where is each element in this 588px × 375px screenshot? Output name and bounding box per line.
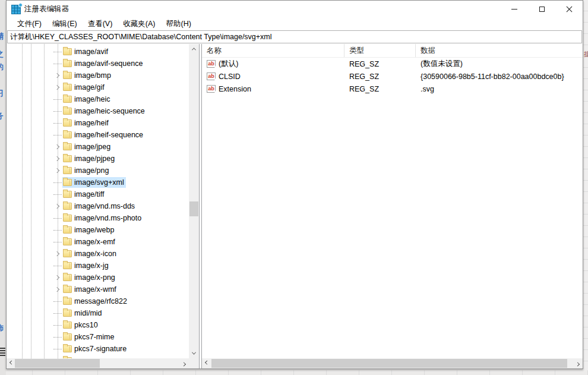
tree-item-content[interactable]: image/avif-sequence [62, 58, 144, 69]
maximize-button[interactable] [528, 1, 555, 18]
tree-item[interactable]: image/bmp [7, 70, 189, 81]
menu-item-2[interactable]: 查看(V) [83, 18, 118, 30]
value-row[interactable]: abExtensionREG_SZ.svg [202, 83, 583, 95]
tree-item[interactable]: image/png [7, 165, 189, 177]
tree-item-content[interactable]: image/heif-sequence [62, 130, 145, 140]
background-text-fragment: 习 [0, 88, 5, 99]
tree-item-content[interactable]: image/tiff [62, 189, 106, 200]
folder-icon [63, 238, 72, 245]
tree-connector-dots [53, 190, 62, 199]
tree-item[interactable]: image/x-jg [7, 260, 189, 272]
tree-item-content[interactable]: image/png [62, 165, 110, 176]
tree-connector-dots [53, 178, 62, 187]
tree-vertical-scrollbar[interactable] [189, 44, 199, 358]
horizontal-scroll-thumb[interactable] [15, 359, 100, 368]
expand-chevron-icon[interactable] [53, 166, 62, 175]
tree-item[interactable]: image/pjpeg [7, 153, 189, 165]
tree-item-content[interactable]: image/x-emf [62, 237, 117, 247]
close-button[interactable] [555, 1, 583, 18]
value-name: CLSID [219, 73, 241, 81]
tree-item[interactable]: image/gif [7, 81, 189, 93]
tree-item[interactable]: image/x-icon [7, 248, 189, 260]
tree-item[interactable]: pkcs7-signature [7, 343, 189, 355]
vertical-scroll-thumb[interactable] [189, 201, 198, 216]
horizontal-scroll-thumb[interactable] [211, 359, 567, 368]
tree-item[interactable]: image/avif-sequence [7, 58, 189, 70]
menu-item-3[interactable]: 收藏夹(A) [118, 18, 160, 30]
minimize-button[interactable] [501, 1, 528, 18]
menu-item-1[interactable]: 编辑(E) [47, 18, 83, 30]
tree-item-content[interactable]: message/rfc822 [62, 296, 129, 307]
expand-chevron-icon[interactable] [53, 201, 62, 211]
tree-item-content[interactable]: image/x-icon [62, 248, 118, 259]
scroll-right-arrow-icon[interactable] [179, 358, 189, 368]
tree-item-content[interactable]: pkcs7-mime [62, 332, 116, 342]
tree-item[interactable]: image/avif [7, 46, 189, 58]
tree-item-content[interactable]: image/heif [62, 118, 110, 128]
reg-sz-icon: ab [207, 73, 216, 80]
tree-item-label: midi/mid [74, 308, 102, 318]
tree-pane: image/avifimage/avif-sequenceimage/bmpim… [7, 44, 200, 368]
column-header-data[interactable]: 数据 [416, 44, 583, 57]
expand-chevron-icon[interactable] [53, 142, 62, 152]
folder-icon [63, 143, 72, 150]
value-row[interactable]: ab(默认)REG_SZ(数值未设置) [202, 58, 583, 70]
tree-item[interactable]: pkcs10 [7, 319, 189, 331]
tree-item-content[interactable]: image/gif [62, 82, 106, 93]
tree-item-content[interactable]: image/pjpeg [62, 153, 116, 164]
tree-item-content[interactable]: pkcs10 [62, 320, 100, 330]
tree-item-content[interactable]: image/bmp [62, 70, 113, 81]
tree-item-content[interactable]: image/svg+xml [62, 177, 126, 188]
expand-chevron-icon[interactable] [53, 71, 62, 80]
tree-item[interactable]: image/heif [7, 117, 189, 129]
tree-item[interactable]: image/x-emf [7, 236, 189, 248]
value-horizontal-scrollbar[interactable] [202, 358, 583, 368]
tree-item[interactable]: image/tiff [7, 188, 189, 200]
menu-item-4[interactable]: 帮助(H) [160, 18, 196, 30]
scroll-up-arrow-icon[interactable] [189, 44, 199, 54]
tree-item[interactable]: midi/mid [7, 307, 189, 319]
expand-chevron-icon[interactable] [53, 273, 62, 282]
scroll-down-arrow-icon[interactable] [189, 348, 199, 358]
tree-item-content[interactable]: image/x-jg [62, 260, 110, 271]
expand-chevron-icon[interactable] [53, 154, 62, 163]
tree-item[interactable]: image/vnd.ms-photo [7, 212, 189, 224]
tree-connector-dots [53, 344, 62, 354]
tree-item[interactable]: message/rfc822 [7, 295, 189, 307]
scroll-right-arrow-icon[interactable] [573, 358, 583, 368]
tree-item[interactable]: image/x-png [7, 272, 189, 283]
tree-item[interactable]: image/webp [7, 224, 189, 236]
tree-item-content[interactable]: image/avif [62, 46, 110, 57]
folder-icon [63, 345, 72, 352]
tree-horizontal-scrollbar[interactable] [7, 358, 189, 368]
tree-item-content[interactable]: image/vnd.ms-dds [62, 201, 137, 212]
address-bar-input[interactable] [7, 30, 582, 43]
tree-item[interactable]: image/heic [7, 93, 189, 105]
tree-item-content[interactable]: image/vnd.ms-photo [62, 213, 143, 223]
tree-item[interactable]: image/heic-sequence [7, 105, 189, 117]
tree-item-content[interactable]: image/heic [62, 94, 112, 105]
menu-item-0[interactable]: 文件(F) [12, 18, 47, 30]
column-header-type[interactable]: 类型 [344, 44, 416, 57]
tree-item-content[interactable]: image/x-wmf [62, 284, 118, 295]
tree-item[interactable]: image/heif-sequence [7, 129, 189, 141]
tree-item[interactable]: image/jpeg [7, 141, 189, 153]
tree-item[interactable]: image/x-wmf [7, 283, 189, 295]
expand-chevron-icon[interactable] [53, 249, 62, 259]
value-row[interactable]: abCLSIDREG_SZ{30590066-98b5-11cf-bb82-00… [202, 70, 583, 83]
tree-item[interactable]: pkcs7-mime [7, 331, 189, 343]
column-header-name[interactable]: 名称 [202, 44, 344, 57]
tree-item-content[interactable]: image/webp [62, 225, 116, 235]
tree-item[interactable]: image/vnd.ms-dds [7, 200, 189, 212]
expand-chevron-icon[interactable] [53, 83, 62, 92]
title-bar[interactable]: 注册表编辑器 [7, 1, 583, 18]
tree-item-content[interactable]: image/x-png [62, 272, 117, 283]
expand-chevron-icon[interactable] [53, 285, 62, 294]
tree-item-content[interactable]: image/heic-sequence [62, 106, 147, 116]
tree-item-content[interactable]: pkcs7-signature [62, 344, 128, 354]
tree-item[interactable]: image/svg+xml [7, 177, 189, 188]
value-type: REG_SZ [344, 85, 416, 93]
scroll-left-arrow-icon[interactable] [202, 358, 212, 368]
tree-item-content[interactable]: image/jpeg [62, 141, 112, 152]
tree-item-content[interactable]: midi/mid [62, 308, 104, 319]
